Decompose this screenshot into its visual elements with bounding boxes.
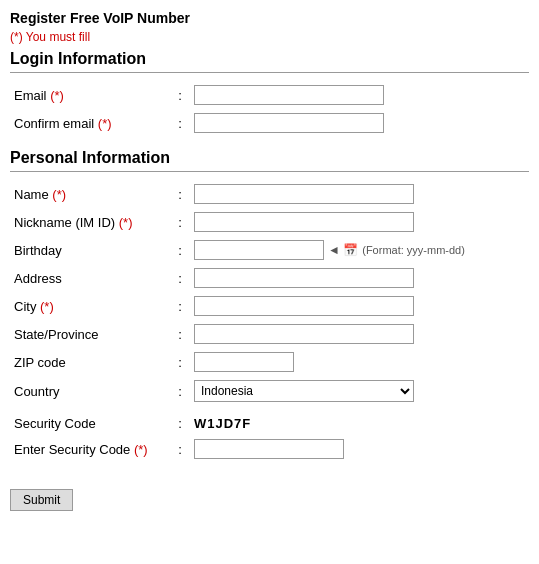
birthday-label: Birthday [14,243,62,258]
city-colon: : [170,292,190,320]
security-code-label: Security Code [14,416,96,431]
country-select[interactable]: Indonesia United States United Kingdom A… [194,380,414,402]
personal-form-table: Name (*) : Nickname (IM ID) (*) : Birthd… [10,180,529,463]
name-colon: : [170,180,190,208]
birthday-wrapper: ◄ 📅 (Format: yyy-mm-dd) [194,240,525,260]
login-form-table: Email (*) : Confirm email (*) : [10,81,529,137]
city-required: (*) [40,299,54,314]
required-text: You must fill [26,30,90,44]
security-code-row: Security Code : W1JD7F [10,406,529,435]
page-title: Register Free VoIP Number [10,10,529,26]
zip-row: ZIP code : [10,348,529,376]
email-row: Email (*) : [10,81,529,109]
birthday-format: (Format: yyy-mm-dd) [362,244,465,256]
country-label: Country [14,384,60,399]
login-divider [10,72,529,73]
required-note: (*) You must fill [10,30,529,44]
login-section-title: Login Information [10,50,529,68]
security-code-input[interactable] [194,439,344,459]
zip-input[interactable] [194,352,294,372]
state-label: State/Province [14,327,99,342]
city-input[interactable] [194,296,414,316]
birthday-row: Birthday : ◄ 📅 (Format: yyy-mm-dd) [10,236,529,264]
security-code-value: W1JD7F [194,416,251,431]
confirm-email-input[interactable] [194,113,384,133]
email-label: Email [14,88,47,103]
confirm-email-colon: : [170,109,190,137]
zip-colon: : [170,348,190,376]
nickname-colon: : [170,208,190,236]
nickname-input[interactable] [194,212,414,232]
confirm-email-label: Confirm email [14,116,94,131]
city-row: City (*) : [10,292,529,320]
nickname-label: Nickname (IM ID) [14,215,115,230]
state-input[interactable] [194,324,414,344]
required-star: (*) [10,30,23,44]
confirm-email-required: (*) [98,116,112,131]
country-row: Country : Indonesia United States United… [10,376,529,406]
address-row: Address : [10,264,529,292]
name-row: Name (*) : [10,180,529,208]
nickname-row: Nickname (IM ID) (*) : [10,208,529,236]
personal-section-title: Personal Information [10,149,529,167]
confirm-email-row: Confirm email (*) : [10,109,529,137]
state-colon: : [170,320,190,348]
address-label: Address [14,271,62,286]
enter-security-colon: : [170,435,190,463]
email-colon: : [170,81,190,109]
country-colon: : [170,376,190,406]
security-code-colon: : [170,406,190,435]
zip-label: ZIP code [14,355,66,370]
city-label: City [14,299,36,314]
state-row: State/Province : [10,320,529,348]
birthday-input[interactable] [194,240,324,260]
name-required: (*) [52,187,66,202]
name-label: Name [14,187,49,202]
email-required: (*) [50,88,64,103]
calendar-icon[interactable]: ◄ 📅 [328,243,358,257]
birthday-colon: : [170,236,190,264]
enter-security-label: Enter Security Code [14,442,130,457]
personal-divider [10,171,529,172]
enter-security-required: (*) [134,442,148,457]
address-colon: : [170,264,190,292]
nickname-required: (*) [119,215,133,230]
email-input[interactable] [194,85,384,105]
enter-security-row: Enter Security Code (*) : [10,435,529,463]
name-input[interactable] [194,184,414,204]
submit-button[interactable]: Submit [10,489,73,511]
address-input[interactable] [194,268,414,288]
